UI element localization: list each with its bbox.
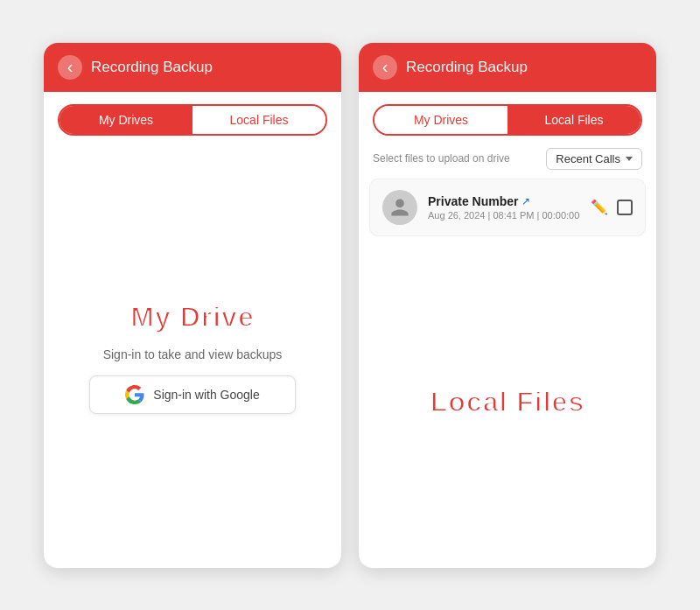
google-signin-label: Sign-in with Google: [153, 388, 259, 402]
external-link-icon: ↗: [522, 195, 530, 207]
avatar: [382, 190, 417, 225]
call-name-row: Private Number ↗: [428, 194, 580, 208]
call-list-item: Private Number ↗ Aug 26, 2024 | 08:41 PM…: [369, 179, 646, 236]
left-phone: Recording Backup My Drives Local Files M…: [44, 43, 341, 568]
select-checkbox[interactable]: [617, 200, 633, 215]
right-phone: Recording Backup My Drives Local Files S…: [359, 43, 656, 568]
call-date: Aug 26, 2024 | 08:41 PM | 00:00:00: [428, 210, 580, 221]
google-logo-icon: [125, 385, 144, 404]
right-tab-my-drives[interactable]: My Drives: [374, 106, 508, 134]
right-app-title: Recording Backup: [406, 59, 528, 76]
right-top-bar: Recording Backup: [359, 43, 656, 92]
left-tab-my-drives[interactable]: My Drives: [60, 106, 192, 134]
my-drive-section: My Drive Sign-in to take and view backup…: [44, 148, 341, 568]
left-app-title: Recording Backup: [91, 59, 213, 76]
left-tab-bar: My Drives Local Files: [58, 104, 327, 136]
recent-calls-dropdown[interactable]: Recent Calls: [546, 148, 642, 170]
edit-icon[interactable]: ✏️: [591, 199, 608, 215]
right-tab-bar: My Drives Local Files: [373, 104, 642, 136]
filter-label: Select files to upload on drive: [373, 152, 510, 165]
my-drive-heading: My Drive: [130, 301, 254, 333]
chevron-down-icon: [626, 157, 633, 161]
left-tab-local-files[interactable]: Local Files: [192, 106, 326, 134]
call-name: Private Number: [428, 194, 518, 208]
local-files-section: Select files to upload on drive Recent C…: [359, 148, 656, 568]
person-icon: [389, 197, 410, 218]
filter-row: Select files to upload on drive Recent C…: [369, 148, 646, 170]
google-signin-button[interactable]: Sign-in with Google: [89, 375, 295, 414]
local-files-heading: Local Files: [430, 386, 584, 418]
call-info: Private Number ↗ Aug 26, 2024 | 08:41 PM…: [428, 194, 580, 221]
right-back-button[interactable]: [373, 55, 397, 80]
dropdown-label: Recent Calls: [556, 152, 620, 165]
local-files-center: Local Files: [369, 236, 646, 568]
right-tab-local-files[interactable]: Local Files: [508, 106, 640, 134]
sign-in-subtitle: Sign-in to take and view backups: [103, 347, 283, 361]
call-actions: ✏️: [591, 199, 633, 215]
left-top-bar: Recording Backup: [44, 43, 341, 92]
left-back-button[interactable]: [58, 55, 82, 80]
